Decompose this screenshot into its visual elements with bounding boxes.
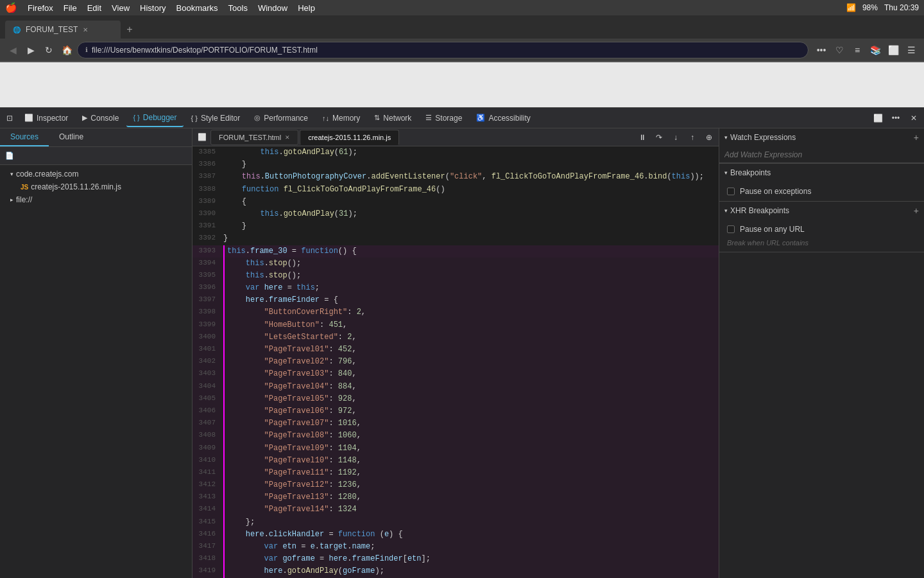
tree-arrow-2: ▸	[10, 197, 13, 203]
code-line-3414: 3414 "PageTravel14": 1324	[193, 504, 719, 516]
console-icon: ▶	[82, 114, 87, 122]
code-tab-expand[interactable]: ⬜	[195, 130, 209, 144]
tab-favicon: 🌐	[13, 26, 21, 33]
style-editor-icon: { }	[191, 114, 198, 122]
watch-expressions-header[interactable]: ▾ Watch Expressions +	[719, 128, 924, 146]
more-options-button[interactable]: •••	[814, 42, 829, 58]
pause-on-any-url-row: Pause on any URL	[719, 222, 924, 236]
tab-accessibility[interactable]: ♿ Accessibility	[470, 109, 536, 127]
url-bar[interactable]: ℹ file:///Users/benwxtkins/Desktop/PORTF…	[77, 42, 809, 58]
watch-expressions-section: ▾ Watch Expressions +	[719, 128, 924, 164]
devtools-close-button[interactable]: ✕	[906, 110, 921, 126]
code-line-3404: 3404 "PageTravel04": 884,	[193, 381, 719, 393]
pause-on-exceptions-checkbox[interactable]	[727, 188, 735, 195]
code-tab-close-1[interactable]: ✕	[285, 134, 290, 141]
storage-label: Storage	[435, 114, 462, 123]
new-tab-button[interactable]: +	[121, 21, 139, 39]
tree-item-domain-1[interactable]: ▾ code.createjs.com	[0, 168, 192, 180]
tab-memory[interactable]: ↑↓ Memory	[316, 109, 366, 127]
dock-button[interactable]: ⬜	[870, 110, 886, 126]
tree-js-label: createjs-2015.11.26.min.js	[31, 182, 121, 191]
xhr-breakpoints-header[interactable]: ▾ XHR Breakpoints +	[719, 202, 924, 220]
menu-edit[interactable]: Edit	[87, 3, 101, 13]
tree-arrow-1: ▾	[10, 171, 13, 177]
add-watch-input[interactable]	[719, 146, 924, 163]
reload-button[interactable]: ↻	[41, 42, 56, 58]
sources-tab[interactable]: Sources	[0, 128, 49, 146]
sources-panel: Sources Outline 📄 ▾ code.createjs.com JS…	[0, 128, 193, 578]
code-line-3417: 3417 var etn = e.target.name;	[193, 541, 719, 553]
menu-history[interactable]: History	[140, 3, 166, 13]
highlight-button[interactable]: ⊕	[702, 130, 716, 144]
code-line-3385: 3385 this.gotoAndPlay(61);	[193, 146, 719, 159]
tab-storage[interactable]: ☰ Storage	[419, 109, 468, 127]
outline-tab[interactable]: Outline	[49, 128, 94, 146]
menu-tools[interactable]: Tools	[228, 3, 248, 13]
code-line-3394: 3394 this.stop();	[193, 258, 719, 270]
code-tab-forum-test[interactable]: FORUM_TEST.html ✕	[210, 130, 298, 145]
code-area[interactable]: 3385 this.gotoAndPlay(61); 3386 } 3387 t…	[193, 146, 719, 578]
back-button[interactable]: ◀	[5, 42, 21, 58]
menubar-right: 📶 98% Thu 20:39	[846, 3, 919, 12]
menu-window[interactable]: Window	[258, 3, 287, 13]
memory-label: Memory	[332, 114, 360, 123]
xhr-arrow: ▾	[724, 207, 728, 214]
tree-item-domain-2[interactable]: ▸ file://	[0, 193, 192, 206]
code-line-3410: 3410 "PageTravel10": 1148,	[193, 455, 719, 467]
clock: Thu 20:39	[884, 3, 919, 12]
tab-inspector[interactable]: ⬜ Inspector	[18, 109, 74, 127]
pick-element-icon: ⊡	[6, 114, 13, 123]
apple-menu[interactable]: 🍎	[5, 2, 17, 13]
code-tab-label-1: FORUM_TEST.html	[219, 134, 281, 141]
code-line-3388: 3388 function fl_ClickToGoToAndPlayFromF…	[193, 184, 719, 196]
tree-item-js-file[interactable]: JS createjs-2015.11.26.min.js	[0, 180, 192, 193]
code-line-3406: 3406 "PageTravel06": 972,	[193, 405, 719, 417]
tab-style-editor[interactable]: { } Style Editor	[185, 109, 247, 127]
code-line-3408: 3408 "PageTravel08": 1060,	[193, 430, 719, 442]
step-in-button[interactable]: ↓	[669, 130, 683, 144]
add-watch-button[interactable]: +	[914, 132, 919, 143]
bookmark-button[interactable]: ♡	[832, 42, 847, 58]
devtools-body: Sources Outline 📄 ▾ code.createjs.com JS…	[0, 128, 924, 578]
breakpoints-header[interactable]: ▾ Breakpoints	[719, 164, 924, 182]
add-xhr-button[interactable]: +	[914, 206, 919, 216]
code-line-3411: 3411 "PageTravel11": 1192,	[193, 467, 719, 479]
menu-bookmarks[interactable]: Bookmarks	[176, 3, 218, 13]
js-file-icon: JS	[21, 184, 28, 191]
browser-tab[interactable]: 🌐 FORUM_TEST ✕	[5, 21, 121, 39]
tab-network[interactable]: ⇅ Network	[368, 109, 418, 127]
code-line-3391: 3391 }	[193, 220, 719, 232]
code-line-3405: 3405 "PageTravel05": 928,	[193, 393, 719, 405]
step-out-button[interactable]: ↑	[685, 130, 699, 144]
devtools-more-button[interactable]: •••	[888, 110, 903, 126]
code-line-3395: 3395 this.stop();	[193, 270, 719, 282]
code-tabs-bar: ⬜ FORUM_TEST.html ✕ createjs-2015.11.26.…	[193, 128, 719, 146]
console-label: Console	[90, 114, 119, 123]
tab-debugger[interactable]: { } Debugger	[126, 109, 183, 127]
code-line-3398: 3398 "ButtonCoverRight": 2,	[193, 306, 719, 319]
bookmarks-sidebar-button[interactable]: 📚	[868, 42, 883, 58]
tab-close-button[interactable]: ✕	[83, 26, 88, 33]
code-line-3413: 3413 "PageTravel13": 1280,	[193, 491, 719, 504]
code-line-3419: 3419 here.gotoAndPlay(goFrame);	[193, 565, 719, 577]
tab-console[interactable]: ▶ Console	[76, 109, 125, 127]
menu-view[interactable]: View	[112, 3, 130, 13]
accessibility-icon: ♿	[476, 114, 485, 122]
pause-on-any-url-checkbox[interactable]	[727, 225, 735, 233]
menu-firefox[interactable]: Firefox	[28, 3, 53, 13]
pause-button[interactable]: ⏸	[635, 130, 649, 144]
menu-file[interactable]: File	[64, 3, 77, 13]
new-file-button[interactable]: 📄	[3, 149, 17, 163]
step-over-button[interactable]: ↷	[652, 130, 666, 144]
nav-right: ••• ♡ ≡ 📚 ⬜ ☰	[814, 42, 919, 58]
code-tab-createjs[interactable]: createjs-2015.11.26.min.js	[300, 130, 399, 145]
home-button[interactable]: 🏠	[59, 42, 74, 58]
synced-tabs-button[interactable]: ⬜	[886, 42, 901, 58]
menu-button[interactable]: ☰	[903, 42, 919, 58]
tab-performance[interactable]: ◎ Performance	[248, 109, 314, 127]
reader-view-button[interactable]: ≡	[850, 42, 865, 58]
menu-help[interactable]: Help	[298, 3, 315, 13]
breakpoints-list: Pause on exceptions	[719, 182, 924, 201]
tab-pick-element[interactable]: ⊡	[3, 109, 17, 127]
forward-button[interactable]: ▶	[23, 42, 38, 58]
